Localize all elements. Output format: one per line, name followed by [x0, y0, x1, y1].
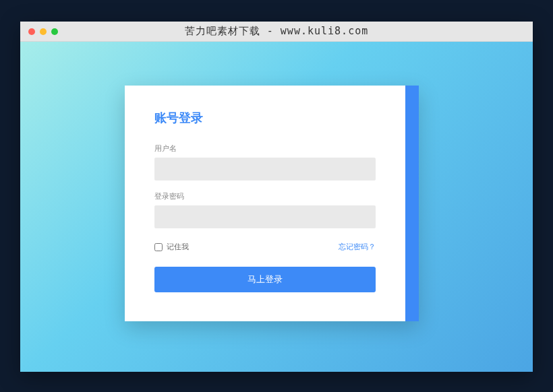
card-accent-bar: [405, 86, 419, 321]
viewport: 账号登录 用户名 登录密码 记住我 忘记密码？ 马上登录: [20, 42, 533, 372]
username-label: 用户名: [154, 143, 376, 154]
titlebar: 苦力吧素材下载 - www.kuli8.com: [20, 22, 533, 42]
login-heading: 账号登录: [154, 110, 376, 126]
remember-checkbox[interactable]: [154, 243, 163, 251]
forgot-password-link[interactable]: 忘记密码？: [339, 242, 376, 252]
options-row: 记住我 忘记密码？: [154, 242, 376, 252]
username-input[interactable]: [154, 158, 376, 181]
remember-label: 记住我: [167, 242, 189, 252]
password-input[interactable]: [154, 205, 376, 228]
browser-window: 苦力吧素材下载 - www.kuli8.com 账号登录 用户名 登录密码 记住…: [20, 22, 533, 372]
login-button[interactable]: 马上登录: [154, 267, 376, 292]
card-body: 账号登录 用户名 登录密码 记住我 忘记密码？ 马上登录: [125, 86, 405, 313]
password-label: 登录密码: [154, 191, 376, 201]
remember-me[interactable]: 记住我: [154, 242, 189, 252]
login-card: 账号登录 用户名 登录密码 记住我 忘记密码？ 马上登录: [125, 86, 419, 321]
window-title: 苦力吧素材下载 - www.kuli8.com: [20, 25, 533, 38]
